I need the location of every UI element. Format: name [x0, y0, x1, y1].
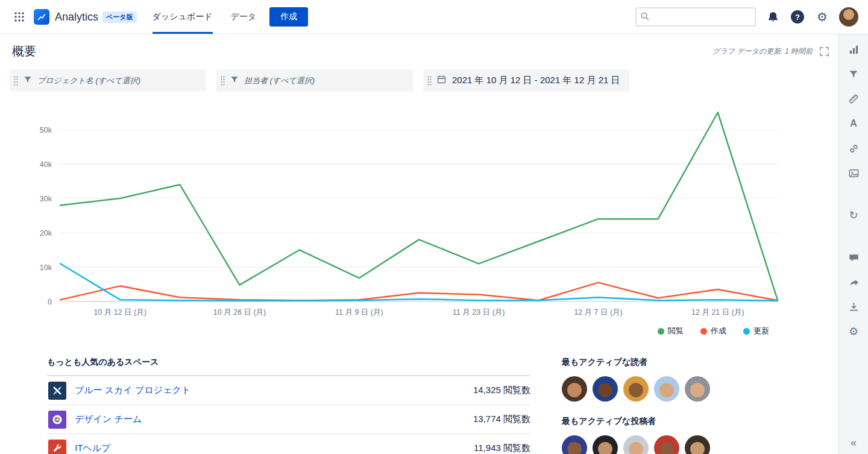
- create-button[interactable]: 作成: [269, 7, 308, 27]
- filter-gadget-icon[interactable]: [845, 66, 862, 83]
- legend-dot-views: [658, 328, 664, 335]
- legend-item-views[interactable]: 閲覧: [658, 326, 684, 336]
- logo-chart-icon: [36, 11, 47, 22]
- space-views: 13,774 閲覧数: [473, 414, 530, 425]
- project-filter-dropdown[interactable]: プロジェクト名 (すべて選択): [10, 69, 206, 92]
- avatar[interactable]: [654, 376, 679, 402]
- svg-text:11 月 23 日 (月): 11 月 23 日 (月): [453, 308, 505, 317]
- svg-text:11 月 9 日 (月): 11 月 9 日 (月): [335, 308, 383, 317]
- page-title: 概要: [12, 43, 36, 60]
- refresh-icon[interactable]: ↻: [845, 207, 862, 224]
- filter-funnel-icon: [230, 75, 239, 87]
- contributors-avatar-list: [562, 435, 761, 454]
- download-icon[interactable]: [845, 298, 862, 315]
- search-input[interactable]: [635, 7, 756, 27]
- active-people-section: 最もアクティブな読者 最もアクティブな投稿者: [562, 357, 761, 454]
- text-gadget-icon[interactable]: A: [845, 115, 862, 132]
- svg-text:0: 0: [48, 298, 52, 306]
- image-gadget-icon[interactable]: [845, 165, 862, 181]
- legend-item-created[interactable]: 作成: [700, 326, 726, 336]
- help-icon[interactable]: ?: [790, 9, 805, 25]
- tab-dashboard[interactable]: ダッシュボード: [153, 0, 213, 34]
- svg-text:30k: 30k: [40, 195, 52, 203]
- chart-gadget-icon[interactable]: [845, 41, 862, 58]
- fullscreen-expand-icon[interactable]: [819, 46, 830, 57]
- assignee-filter-label: 担当者 (すべて選択): [244, 75, 315, 86]
- space-link[interactable]: ブルー スカイ プロジェクト: [75, 385, 190, 396]
- drag-handle-icon[interactable]: [220, 75, 225, 86]
- avatar[interactable]: [593, 376, 618, 402]
- app-name: Analytics: [55, 11, 98, 24]
- filter-bar: プロジェクト名 (すべて選択) 担当者 (すべて選択): [10, 69, 838, 92]
- svg-text:40k: 40k: [40, 160, 52, 169]
- svg-text:50k: 50k: [40, 126, 52, 134]
- grid-icon: [14, 11, 25, 22]
- space-row: デザイン チーム 13,774 閲覧数: [47, 405, 530, 434]
- filter-funnel-icon: [23, 75, 33, 87]
- gadget-sidebar: A ↻: [838, 34, 868, 454]
- link-gadget-icon[interactable]: [845, 140, 862, 157]
- chart-refresh-note: グラフ データの更新: 1 時間前: [712, 46, 813, 57]
- analytics-app-logo-icon[interactable]: [34, 9, 49, 25]
- main-content: 概要 グラフ データの更新: 1 時間前: [0, 34, 838, 454]
- svg-text:12 月 21 日 (月): 12 月 21 日 (月): [691, 308, 744, 317]
- primary-nav: ダッシュボード データ: [153, 0, 257, 34]
- drag-handle-icon[interactable]: [427, 75, 432, 86]
- space-views: 11,943 閲覧数: [474, 443, 530, 454]
- avatar[interactable]: [685, 376, 710, 402]
- blue-sky-space-icon: [48, 382, 66, 400]
- space-link[interactable]: ITヘルプ: [75, 443, 110, 454]
- date-range-label: 2021 年 10 月 12 日 - 2021 年 12 月 21 日: [452, 75, 620, 86]
- legend-dot-updated: [743, 328, 750, 335]
- avatar[interactable]: [562, 376, 587, 402]
- chart-legend: 閲覧 作成 更新: [0, 326, 838, 336]
- line-chart-canvas: 010k20k30k40k50k10 月 12 日 (月)10 月 26 日 (…: [0, 102, 808, 324]
- space-link[interactable]: デザイン チーム: [75, 414, 142, 425]
- avatar[interactable]: [623, 435, 649, 454]
- top-navigation-bar: Analytics ベータ版 ダッシュボード データ 作成 ? ⚙: [0, 0, 868, 34]
- avatar[interactable]: [685, 435, 710, 454]
- share-icon[interactable]: [845, 274, 862, 291]
- app-switcher-icon[interactable]: [10, 7, 29, 27]
- readers-avatar-list: [562, 376, 761, 402]
- ruler-gadget-icon[interactable]: [845, 90, 862, 107]
- calendar-icon: [436, 74, 447, 87]
- assignee-filter-dropdown[interactable]: 担当者 (すべて選択): [216, 69, 413, 92]
- sidebar-settings-gear-icon[interactable]: ⚙: [845, 323, 862, 340]
- tab-data[interactable]: データ: [231, 0, 257, 34]
- space-views: 14,325 閲覧数: [473, 385, 530, 396]
- avatar[interactable]: [654, 435, 679, 454]
- date-range-picker[interactable]: 2021 年 10 月 12 日 - 2021 年 12 月 21 日: [423, 69, 629, 92]
- comment-icon[interactable]: [845, 249, 862, 266]
- avatar[interactable]: [562, 435, 587, 454]
- popular-spaces-section: もっとも人気のあるスペース ブルー スカイ プロジェクト 14,325 閲覧数: [47, 357, 530, 454]
- active-readers-title: 最もアクティブな読者: [562, 357, 761, 368]
- it-help-space-icon: [48, 440, 66, 454]
- project-filter-label: プロジェクト名 (すべて選択): [37, 75, 140, 86]
- svg-text:20k: 20k: [40, 229, 52, 238]
- popular-spaces-title: もっとも人気のあるスペース: [47, 357, 530, 376]
- svg-text:10k: 10k: [40, 263, 52, 272]
- svg-text:10 月 26 日 (月): 10 月 26 日 (月): [213, 308, 266, 317]
- design-team-space-icon: [48, 411, 66, 429]
- legend-item-updated[interactable]: 更新: [743, 326, 769, 336]
- space-row: ブルー スカイ プロジェクト 14,325 閲覧数: [47, 376, 530, 405]
- avatar[interactable]: [593, 435, 618, 454]
- avatar[interactable]: [623, 376, 649, 402]
- active-contributors-title: 最もアクティブな投稿者: [562, 416, 761, 427]
- profile-avatar[interactable]: [839, 7, 858, 27]
- notification-icon[interactable]: [765, 9, 781, 25]
- svg-text:10 月 12 日 (月): 10 月 12 日 (月): [93, 308, 146, 317]
- svg-text:12 月 7 日 (月): 12 月 7 日 (月): [574, 308, 623, 317]
- settings-gear-icon[interactable]: ⚙: [814, 9, 830, 25]
- drag-handle-icon[interactable]: [13, 75, 19, 86]
- collapse-sidebar-icon[interactable]: «: [839, 437, 868, 449]
- search-icon: [640, 11, 650, 24]
- overview-line-chart: 010k20k30k40k50k10 月 12 日 (月)10 月 26 日 (…: [0, 102, 838, 336]
- beta-badge: ベータ版: [102, 11, 137, 23]
- legend-dot-created: [700, 328, 707, 335]
- space-row: ITヘルプ 11,943 閲覧数: [47, 434, 530, 454]
